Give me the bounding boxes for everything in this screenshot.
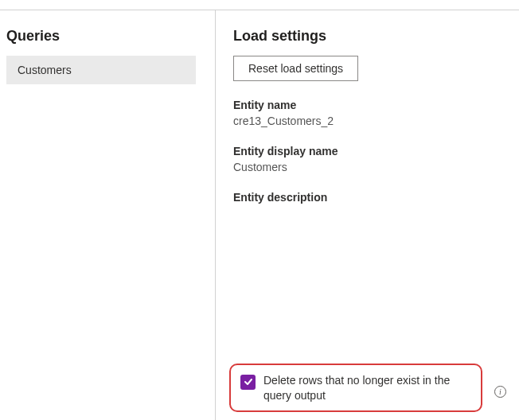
entity-name-field: Entity name cre13_Customers_2 [233, 99, 519, 127]
reset-load-settings-button[interactable]: Reset load settings [233, 56, 358, 81]
entity-description-field: Entity description [233, 191, 519, 204]
entity-display-name-label: Entity display name [233, 145, 519, 158]
entity-display-name-field: Entity display name Customers [233, 145, 519, 173]
entity-display-name-value: Customers [233, 161, 519, 173]
entity-description-label: Entity description [233, 191, 519, 204]
queries-title: Queries [6, 28, 215, 45]
query-item-customers[interactable]: Customers [6, 56, 196, 84]
delete-rows-checkbox-label: Delete rows that no longer exist in the … [263, 373, 471, 404]
delete-rows-checkbox[interactable] [240, 375, 256, 390]
load-settings-title: Load settings [233, 28, 519, 45]
load-settings-panel: Load settings Reset load settings Entity… [216, 10, 519, 420]
query-item-label: Customers [18, 64, 72, 76]
entity-name-label: Entity name [233, 99, 519, 111]
delete-rows-highlight: Delete rows that no longer exist in the … [229, 364, 482, 412]
queries-panel: Queries Customers [0, 10, 215, 420]
main-layout: Queries Customers Load settings Reset lo… [0, 10, 519, 420]
entity-name-value: cre13_Customers_2 [233, 115, 519, 127]
info-icon[interactable]: i [494, 386, 506, 398]
check-icon [244, 377, 253, 387]
